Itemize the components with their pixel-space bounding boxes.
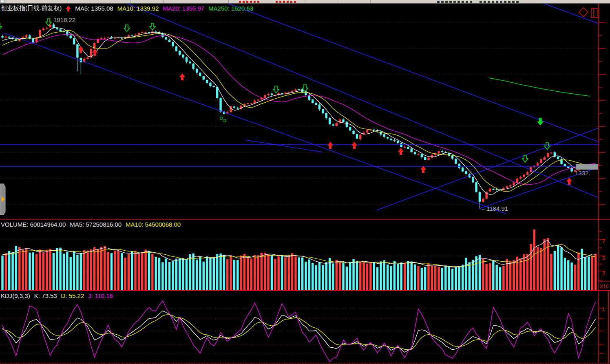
pane-icons [579, 8, 598, 18]
main-chart-header: 创业板指(日线.前复权) MA5: 1355.08 MA10: 1339.92 … [1, 4, 253, 12]
trend-lines[interactable] [0, 4, 599, 214]
chart-canvas[interactable] [0, 0, 610, 364]
high-price-label: 1918.22 [53, 16, 75, 23]
kdj-name: KDJ(9,3,3) [1, 292, 30, 299]
low-price-label: ←1184.91 [480, 205, 508, 212]
volume-axis-label-3: 2 [602, 270, 610, 276]
grid-lines [0, 22, 608, 353]
symbol-title: 创业板指(日线.前复权) [1, 4, 62, 12]
trading-app-window: 创业板指(日线.前复权) MA5: 1355.08 MA10: 1339.92 … [0, 0, 610, 364]
volume-ma10-value: MA10: 54500068.00 [126, 221, 181, 228]
volume-axis-label-1: 7 [602, 238, 610, 245]
left-flyout-handle[interactable] [0, 184, 5, 215]
diamond-icon[interactable] [579, 8, 588, 17]
volume-ma5-value: MA5: 57250816.00 [70, 221, 122, 228]
last-price-label: 1332. [575, 170, 590, 176]
volume-axis-unit: X10 [600, 284, 610, 289]
signal-arrows [0, 19, 572, 185]
kdj-header: KDJ(9,3,3) K: 73.53 D: 55.22 J: 110.16 [1, 292, 113, 299]
ma20-value: MA20: 1355.97 [163, 5, 204, 12]
kdj-k-value: K: 73.53 [34, 292, 57, 299]
ma250-value: MA250: 1620.63 [208, 5, 253, 12]
kdj-j-value: J: 110.16 [88, 292, 113, 299]
volume-bars[interactable] [1, 229, 597, 291]
kdj-d-value: D: 55.22 [61, 292, 84, 299]
volume-value: VOLUME: 60014964.00 [1, 221, 66, 228]
kdj-axis-label: 1 [602, 306, 608, 312]
ma5-value: MA5: 1355.08 [75, 5, 113, 12]
volume-axis-label-2: 5 [602, 255, 610, 261]
volume-header: VOLUME: 60014964.00 MA5: 57250816.00 MA1… [1, 221, 181, 228]
ma10-value: MA10: 1339.92 [117, 5, 159, 12]
last-price-box[interactable] [576, 164, 598, 170]
kdj-lines[interactable] [2, 301, 596, 362]
split-window-icon[interactable] [591, 9, 598, 18]
up-arrow-icon [66, 5, 71, 12]
